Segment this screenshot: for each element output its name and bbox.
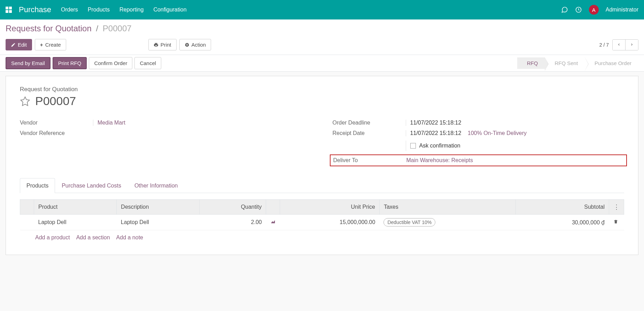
tab-products[interactable]: Products <box>20 178 55 193</box>
breadcrumb-current: P00007 <box>103 24 132 33</box>
order-deadline-value: 11/07/2022 15:18:12 <box>406 120 624 126</box>
action-button[interactable]: Action <box>179 39 211 50</box>
chat-icon[interactable] <box>561 6 568 13</box>
th-subtotal: Subtotal <box>515 200 609 215</box>
printer-icon <box>154 42 158 47</box>
create-label: Create <box>45 42 61 48</box>
breadcrumb-sep: / <box>96 24 98 33</box>
pager-next-button[interactable] <box>626 40 638 50</box>
cancel-button[interactable]: Cancel <box>134 57 161 69</box>
cell-taxes: Deductible VAT 10% <box>379 215 515 230</box>
nav-orders[interactable]: Orders <box>61 7 78 13</box>
th-taxes: Taxes <box>379 200 515 215</box>
record-name: P00007 <box>35 94 76 108</box>
wf-step-rfq-sent[interactable]: RFQ Sent <box>545 57 585 69</box>
pager-text: 2 / 7 <box>599 42 609 48</box>
status-bar: Send by Email Print RFQ Confirm Order Ca… <box>0 55 644 72</box>
deliver-to-highlight: Deliver To Main Warehouse: Receipts <box>330 154 627 166</box>
wf-step-purchase-order[interactable]: Purchase Order <box>585 57 638 69</box>
th-description: Description <box>117 200 200 215</box>
action-label: Action <box>192 42 206 48</box>
workflow-steps: RFQ RFQ Sent Purchase Order <box>517 57 638 69</box>
apps-icon[interactable] <box>6 7 12 13</box>
edit-button[interactable]: Edit <box>6 39 32 50</box>
nav-reporting[interactable]: Reporting <box>119 7 143 13</box>
record-subtitle: Request for Quotation <box>20 86 624 93</box>
vendor-label: Vendor <box>20 120 93 126</box>
th-quantity: Quantity <box>199 200 266 215</box>
th-product: Product <box>34 200 117 215</box>
cell-description: Laptop Dell <box>117 215 200 230</box>
tab-landed-costs[interactable]: Purchase Landed Costs <box>55 178 128 193</box>
receipt-date-value: 11/07/2022 15:18:12 100% On-Time Deliver… <box>406 130 624 136</box>
order-lines-table: Product Description Quantity Unit Price … <box>20 199 624 230</box>
create-button[interactable]: + Create <box>35 39 66 50</box>
cell-delete[interactable] <box>609 215 624 230</box>
user-name[interactable]: Administrator <box>606 7 638 13</box>
clock-icon[interactable] <box>575 6 582 13</box>
app-title[interactable]: Purchase <box>19 5 51 14</box>
edit-label: Edit <box>18 42 27 48</box>
add-product-link[interactable]: Add a product <box>35 234 70 241</box>
control-bar: Edit + Create Print Action 2 / 7 <box>0 35 644 55</box>
cell-forecast[interactable] <box>266 215 280 230</box>
tax-pill: Deductible VAT 10% <box>383 218 435 226</box>
nav-products[interactable]: Products <box>88 7 110 13</box>
send-email-button[interactable]: Send by Email <box>6 57 51 69</box>
confirm-order-button[interactable]: Confirm Order <box>89 57 132 69</box>
wf-step-rfq[interactable]: RFQ <box>517 57 545 69</box>
pencil-icon <box>11 42 16 47</box>
print-rfq-button[interactable]: Print RFQ <box>53 57 87 69</box>
pager-prev-button[interactable] <box>613 40 626 50</box>
print-button[interactable]: Print <box>148 39 177 50</box>
form-sheet: Request for Quotation P00007 Vendor Medi… <box>6 76 638 255</box>
cell-unit-price: 15,000,000.00 <box>280 215 380 230</box>
ask-confirmation-label: Ask confirmation <box>419 143 460 149</box>
ask-confirmation-checkbox[interactable] <box>410 143 416 149</box>
chevron-right-icon <box>630 42 634 47</box>
order-deadline-label: Order Deadline <box>333 120 406 126</box>
cell-quantity: 2.00 <box>199 215 266 230</box>
tabs: Products Purchase Landed Costs Other Inf… <box>20 178 624 193</box>
vendor-value[interactable]: Media Mart <box>93 120 312 126</box>
breadcrumb: Requests for Quotation / P00007 <box>6 24 638 33</box>
print-label: Print <box>161 42 171 48</box>
trash-icon <box>613 219 618 224</box>
deliver-to-label: Deliver To <box>333 157 406 164</box>
chevron-left-icon <box>617 42 621 47</box>
plus-icon: + <box>40 42 43 48</box>
add-note-link[interactable]: Add a note <box>116 234 143 241</box>
receipt-date-label: Receipt Date <box>333 130 406 136</box>
ontime-badge: 100% On-Time Delivery <box>468 130 527 136</box>
table-row[interactable]: Laptop Dell Laptop Dell 2.00 15,000,000.… <box>20 215 624 230</box>
tab-other-info[interactable]: Other Information <box>128 178 185 193</box>
vendor-ref-label: Vendor Reference <box>20 130 93 136</box>
breadcrumb-bar: Requests for Quotation / P00007 <box>0 19 644 35</box>
table-header-row: Product Description Quantity Unit Price … <box>20 200 624 215</box>
cell-product: Laptop Dell <box>34 215 117 230</box>
pager: 2 / 7 <box>599 39 638 50</box>
avatar[interactable]: A <box>589 5 599 15</box>
topbar: Purchase Orders Products Reporting Confi… <box>0 0 644 19</box>
th-kebab[interactable]: ⋮ <box>609 200 624 215</box>
nav-configuration[interactable]: Configuration <box>153 7 186 13</box>
cell-subtotal: 30,000,000 ₫ <box>515 215 609 230</box>
gear-icon <box>185 42 189 47</box>
deliver-to-value[interactable]: Main Warehouse: Receipts <box>406 157 624 164</box>
breadcrumb-root[interactable]: Requests for Quotation <box>6 24 92 33</box>
add-section-link[interactable]: Add a section <box>76 234 110 241</box>
star-icon[interactable] <box>20 96 30 106</box>
chart-icon <box>270 219 276 224</box>
th-unit-price: Unit Price <box>280 200 380 215</box>
